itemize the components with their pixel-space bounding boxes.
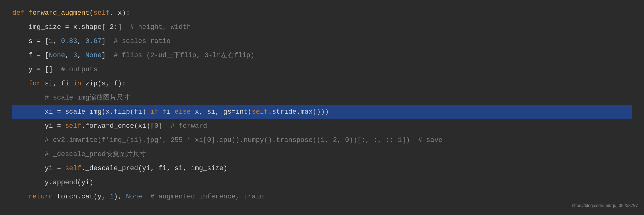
line-xi: xi = scale_img(x.flip(fi) if fi else x, …: [12, 105, 632, 119]
line-yi2: yi = self._descale_pred(yi, fi, si, img_…: [12, 162, 632, 176]
line-y: y = [] # outputs: [12, 63, 632, 77]
line-img-size: img_size = x.shape[-2:] # height, width: [12, 20, 632, 34]
line-return: return torch.cat(y, 1), None # augmented…: [12, 190, 632, 204]
line-for: for si, fi in zip(s, f):: [12, 77, 632, 91]
code-editor: def forward_augment(self, x): img_size =…: [0, 0, 644, 210]
line-s: s = [1, 0.83, 0.67] # scales ratio: [12, 34, 632, 49]
line-def: def forward_augment(self, x):: [12, 6, 632, 20]
line-comment3: # _descale_pred恢复图片尺寸: [12, 147, 632, 162]
line-f: f = [None, 3, None] # flips (2-ud上下flip,…: [12, 49, 632, 63]
source-link[interactable]: https://blog.csdn.net/qq_38253797: [572, 198, 638, 213]
line-comment1: # scale_img缩放图片尺寸: [12, 91, 632, 105]
line-comment2: # cv2.imwrite(f'img_{si}.jpg', 255 * xi[…: [12, 133, 632, 147]
line-yi: yi = self.forward_once(xi)[0] # forward: [12, 119, 632, 133]
line-append: y.append(yi): [12, 176, 632, 190]
